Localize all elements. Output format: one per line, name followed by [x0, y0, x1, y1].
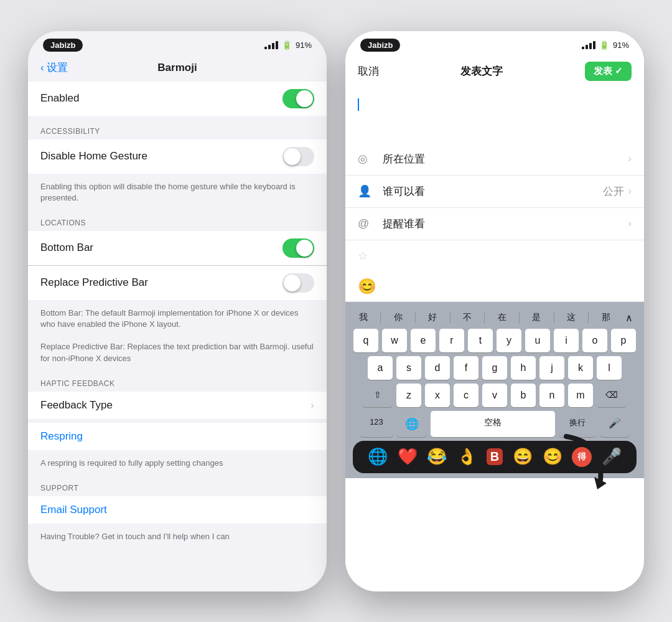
key-x[interactable]: x	[425, 384, 450, 407]
feedback-type-row[interactable]: Feedback Type ›	[28, 392, 327, 419]
barmoji-mic[interactable]: 🎤	[602, 447, 622, 466]
svg-marker-0	[594, 477, 607, 489]
mic-key[interactable]: 🎤	[600, 411, 630, 437]
barmoji-b[interactable]: B	[487, 448, 503, 465]
respring-row[interactable]: Respring	[28, 423, 327, 450]
visibility-value: 公开	[603, 184, 624, 199]
bottom-bar-row: Bottom Bar	[28, 231, 327, 266]
suggestion-4[interactable]: 不	[458, 311, 477, 324]
respring-group: Respring	[28, 423, 327, 450]
post-content-area[interactable]	[345, 88, 644, 138]
divider-5	[519, 312, 520, 323]
globe-key[interactable]: 🌐	[397, 411, 427, 437]
left-phone: Jabizb 🔋 91% ‹ 设置 Barmoji	[28, 31, 327, 591]
location-label: 所在位置	[383, 152, 628, 166]
key-u[interactable]: u	[525, 329, 550, 352]
key-e[interactable]: e	[411, 329, 436, 352]
post-button[interactable]: 发表 ✓	[585, 62, 632, 81]
keyboard-bottom-row: 123 🌐 空格 换行 🎤	[348, 411, 642, 437]
replace-predictive-bar-toggle[interactable]	[282, 273, 314, 293]
key-d[interactable]: d	[425, 356, 450, 380]
suggestion-5[interactable]: 在	[493, 311, 511, 324]
suggestion-1[interactable]: 我	[354, 311, 373, 324]
key-c[interactable]: c	[454, 384, 478, 407]
key-s[interactable]: s	[396, 356, 421, 380]
disable-home-gesture-toggle[interactable]	[282, 147, 314, 166]
space-key[interactable]: 空格	[431, 411, 555, 437]
suggestion-8[interactable]: 那	[597, 311, 615, 324]
emoji-face-button[interactable]: 😊	[345, 271, 644, 302]
settings-content: Enabled ACCESSIBILITY Disable Home Gestu…	[28, 82, 327, 550]
cancel-button[interactable]: 取消	[358, 64, 379, 78]
key-w[interactable]: w	[382, 329, 407, 352]
left-app-name: Jabizb	[43, 39, 83, 52]
replace-predictive-bar-row: Replace Predictive Bar	[28, 266, 327, 300]
key-y[interactable]: y	[497, 329, 521, 352]
barmoji-blush[interactable]: 😊	[543, 447, 562, 466]
star-row[interactable]: ☆	[345, 240, 644, 271]
location-row[interactable]: ◎ 所在位置 ›	[345, 143, 644, 176]
barmoji-globe[interactable]: 🌐	[368, 447, 388, 466]
mention-row[interactable]: @ 提醒谁看 ›	[345, 208, 644, 240]
disable-home-gesture-label: Disable Home Gesture	[40, 150, 147, 163]
key-z[interactable]: z	[396, 384, 421, 407]
suggestion-2[interactable]: 你	[389, 311, 408, 324]
email-support-row[interactable]: Email Support	[28, 496, 327, 524]
visibility-row[interactable]: 👤 谁可以看 公开 ›	[345, 176, 644, 208]
disable-home-gesture-row: Disable Home Gesture	[28, 139, 327, 174]
keyboard-row-a: a s d f g h j k l	[348, 356, 642, 380]
barmoji-grin[interactable]: 😄	[513, 447, 533, 466]
num-key[interactable]: 123	[360, 411, 393, 437]
barmoji-ok[interactable]: 👌	[457, 447, 477, 466]
shift-key[interactable]: ⇧	[363, 384, 393, 407]
key-a[interactable]: a	[368, 356, 393, 380]
enabled-label: Enabled	[40, 92, 79, 105]
feedback-chevron-icon: ›	[310, 399, 314, 412]
feedback-type-label: Feedback Type	[40, 399, 113, 412]
key-m[interactable]: m	[568, 384, 593, 407]
key-k[interactable]: k	[568, 356, 593, 380]
barmoji-heart[interactable]: ❤️	[398, 447, 418, 466]
bottom-bar-label: Bottom Bar	[40, 242, 93, 254]
visibility-icon: 👤	[358, 184, 375, 198]
suggestion-3[interactable]: 好	[423, 311, 442, 324]
key-q[interactable]: q	[353, 329, 378, 352]
barmoji-laugh[interactable]: 😂	[427, 447, 447, 466]
key-b[interactable]: b	[511, 384, 536, 407]
key-r[interactable]: r	[439, 329, 464, 352]
key-j[interactable]: j	[539, 356, 564, 380]
locations-group: Bottom Bar Replace Predictive Bar	[28, 231, 327, 300]
return-key[interactable]: 换行	[559, 411, 596, 437]
haptic-group: Feedback Type ›	[28, 392, 327, 419]
key-f[interactable]: f	[454, 356, 478, 380]
key-l[interactable]: l	[597, 356, 622, 380]
expand-suggestions-icon[interactable]: ∧	[623, 311, 635, 325]
key-t[interactable]: t	[468, 329, 493, 352]
back-button[interactable]: ‹ 设置	[40, 60, 68, 75]
right-signal-bars	[582, 41, 595, 49]
divider-6	[554, 312, 554, 323]
accessibility-description: Enabling this option will disable the ho…	[28, 177, 327, 211]
delete-key[interactable]: ⌫	[597, 384, 627, 407]
key-v[interactable]: v	[482, 384, 507, 407]
key-o[interactable]: o	[582, 329, 607, 352]
suggestion-6[interactable]: 是	[527, 311, 546, 324]
key-h[interactable]: h	[511, 356, 536, 380]
suggestion-7[interactable]: 这	[562, 311, 581, 324]
key-p[interactable]: p	[611, 329, 636, 352]
settings-title: Barmoji	[157, 62, 197, 74]
battery-percent: 91%	[296, 40, 312, 50]
enabled-toggle[interactable]	[282, 89, 314, 108]
post-button-label: 发表 ✓	[594, 65, 623, 76]
key-g[interactable]: g	[482, 356, 507, 380]
bottom-bar-toggle[interactable]	[282, 238, 314, 258]
key-n[interactable]: n	[539, 384, 564, 407]
right-battery-icon: 🔋	[599, 40, 609, 50]
barmoji-bar: 🌐 ❤️ 😂 👌 B 😄 😊 得 🎤	[353, 441, 637, 473]
star-icon: ☆	[358, 249, 375, 263]
barmoji-de[interactable]: 得	[572, 447, 592, 467]
key-i[interactable]: i	[554, 329, 579, 352]
mention-chevron-icon: ›	[628, 217, 632, 230]
visibility-chevron-icon: ›	[628, 185, 632, 197]
toggle-thumb	[296, 90, 313, 107]
